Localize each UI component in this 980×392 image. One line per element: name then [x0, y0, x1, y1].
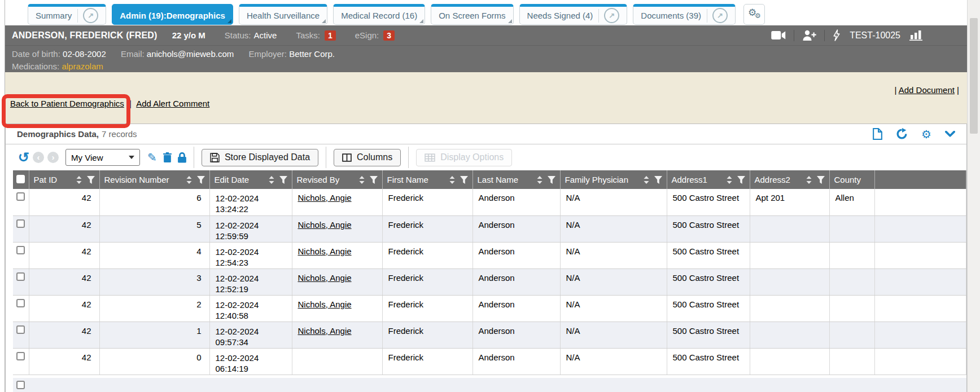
- table-row[interactable]: 42 0 12-02-202406:14:19 Frederick Anders…: [13, 348, 966, 375]
- sort-icon[interactable]: [537, 176, 542, 184]
- esign-badge[interactable]: 3: [383, 30, 395, 41]
- filter-icon[interactable]: [197, 176, 205, 184]
- revised-by-link[interactable]: Nichols, Angie: [298, 193, 352, 202]
- patient-name: ANDERSON, FREDERICK (FRED): [12, 30, 158, 41]
- collapse-chevron-icon[interactable]: [945, 131, 955, 137]
- edit-time: 12:54:23: [216, 257, 286, 268]
- delete-view-icon[interactable]: [163, 152, 172, 162]
- row-checkbox[interactable]: [16, 352, 25, 360]
- icon-divider: [794, 30, 794, 41]
- filter-icon[interactable]: [817, 176, 825, 184]
- filter-icon[interactable]: [279, 176, 287, 184]
- cell-family-physician: N/A: [560, 215, 667, 242]
- filter-icon[interactable]: [460, 176, 468, 184]
- tab-settings-button[interactable]: ⚙ ⚙: [743, 4, 765, 25]
- details-line-2: Medications: alprazolam: [12, 60, 967, 73]
- column-header-pat-id[interactable]: Pat ID: [29, 170, 99, 189]
- next-view-icon[interactable]: ›: [47, 152, 59, 163]
- vertical-scrollbar[interactable]: [967, 0, 980, 392]
- sort-icon[interactable]: [359, 176, 365, 184]
- tab-medical-record[interactable]: Medical Record (16): [333, 4, 425, 25]
- column-header-edit-date[interactable]: Edit Date: [209, 170, 292, 189]
- row-checkbox[interactable]: [16, 219, 25, 228]
- filter-icon[interactable]: [654, 176, 662, 184]
- video-camera-icon[interactable]: [771, 30, 786, 40]
- edit-view-icon[interactable]: ✎: [147, 151, 157, 164]
- row-checkbox[interactable]: [16, 192, 25, 201]
- column-header-filler: [874, 170, 966, 189]
- revised-by-link[interactable]: Nichols, Angie: [298, 299, 352, 309]
- table-row[interactable]: 42 4 12-02-202412:54:23 Nichols, Angie F…: [13, 242, 966, 268]
- add-person-icon[interactable]: [802, 30, 816, 41]
- column-header-address1[interactable]: Address1: [667, 170, 750, 189]
- column-header-revised-by[interactable]: Revised By: [292, 170, 382, 189]
- new-document-icon[interactable]: [873, 128, 882, 140]
- back-to-demographics-link[interactable]: Back to Patient Demographics: [10, 99, 124, 108]
- lightning-bolt-icon[interactable]: [833, 29, 841, 41]
- column-header-family-physician[interactable]: Family Physician: [560, 170, 667, 189]
- scrollbar-thumb[interactable]: [970, 18, 978, 134]
- panel-settings-gear-icon[interactable]: ⚙: [921, 129, 931, 139]
- open-in-new-icon[interactable]: ↗: [712, 8, 728, 23]
- revised-by-link[interactable]: Nichols, Angie: [298, 326, 352, 336]
- add-alert-comment-link[interactable]: Add Alert Comment: [136, 99, 209, 108]
- filter-icon[interactable]: [548, 176, 555, 184]
- sort-icon[interactable]: [806, 176, 812, 184]
- row-checkbox[interactable]: [16, 381, 25, 389]
- table-row[interactable]: 42 3 12-02-202412:52:19 Nichols, Angie F…: [13, 268, 966, 295]
- tab-on-screen-forms[interactable]: On Screen Forms: [431, 4, 513, 25]
- row-checkbox[interactable]: [16, 325, 25, 334]
- gears-icon-small: ⚙: [755, 12, 761, 20]
- row-checkbox[interactable]: [16, 299, 25, 307]
- table-row[interactable]: 42 6 12-02-202413:24:22 Nichols, Angie F…: [13, 189, 966, 215]
- sort-icon[interactable]: [644, 176, 649, 184]
- revised-by-link[interactable]: Nichols, Angie: [298, 273, 352, 283]
- column-header-last-name[interactable]: Last Name: [473, 170, 560, 189]
- tab-documents[interactable]: Documents (39) ↗: [633, 4, 736, 25]
- sort-icon[interactable]: [76, 176, 82, 184]
- sort-icon[interactable]: [186, 176, 192, 184]
- open-in-new-icon[interactable]: ↗: [604, 8, 619, 23]
- store-displayed-data-button[interactable]: Store Displayed Data: [202, 149, 318, 166]
- sort-icon[interactable]: [449, 176, 455, 184]
- table-row[interactable]: 42 1 12-02-202409:57:34 Nichols, Angie F…: [13, 321, 966, 348]
- sort-icon[interactable]: [269, 176, 274, 184]
- cell-address1: 500 Castro Street: [667, 268, 750, 295]
- tab-admin-demographics[interactable]: Admin (19):Demographics: [112, 4, 233, 25]
- cell-address2: [750, 321, 829, 348]
- refresh-icon[interactable]: [896, 128, 908, 140]
- lock-view-icon[interactable]: [178, 152, 186, 163]
- column-header-first-name[interactable]: First Name: [382, 170, 473, 189]
- cell-last-name: Anderson: [473, 321, 560, 348]
- filter-icon[interactable]: [87, 176, 95, 184]
- patient-banner: ANDERSON, FREDERICK (FRED) 22 y/o M Stat…: [5, 25, 967, 45]
- tab-health-surveillance[interactable]: Health Surveillance: [239, 4, 327, 25]
- previous-view-icon[interactable]: ‹: [33, 152, 44, 163]
- column-header-revision-number[interactable]: Revision Number: [99, 170, 209, 189]
- view-select[interactable]: My View: [65, 149, 140, 166]
- filter-icon[interactable]: [370, 176, 378, 184]
- revised-by-link[interactable]: Nichols, Angie: [298, 246, 352, 256]
- tasks-badge[interactable]: 1: [325, 30, 336, 41]
- table-row[interactable]: 42 5 12-02-202412:59:59 Nichols, Angie F…: [13, 215, 966, 242]
- tab-menu-fold-icon: [322, 19, 326, 23]
- cell-revision: 3: [99, 268, 209, 295]
- sort-icon[interactable]: [727, 176, 732, 184]
- tab-summary[interactable]: Summary ↗: [28, 4, 106, 25]
- table-row[interactable]: 42 2 12-02-202412:40:58 Nichols, Angie F…: [13, 295, 966, 321]
- column-header-address2[interactable]: Address2: [750, 170, 829, 189]
- reset-view-icon[interactable]: ↺: [18, 152, 29, 163]
- row-checkbox[interactable]: [16, 272, 25, 281]
- columns-button[interactable]: Columns: [334, 149, 401, 166]
- select-all-checkbox[interactable]: [16, 175, 25, 183]
- row-checkbox[interactable]: [16, 246, 25, 254]
- flowsheet-chart-icon[interactable]: [909, 30, 923, 41]
- add-document-link[interactable]: Add Document: [899, 85, 955, 95]
- column-header-county[interactable]: County: [829, 170, 874, 189]
- open-in-new-icon[interactable]: ↗: [83, 8, 98, 23]
- edit-time: 12:40:58: [216, 310, 286, 321]
- tab-needs-signed[interactable]: Needs Signed (4) ↗: [519, 4, 628, 25]
- edit-time: 13:24:22: [216, 204, 286, 214]
- revised-by-link[interactable]: Nichols, Angie: [298, 220, 352, 230]
- filter-icon[interactable]: [737, 176, 745, 184]
